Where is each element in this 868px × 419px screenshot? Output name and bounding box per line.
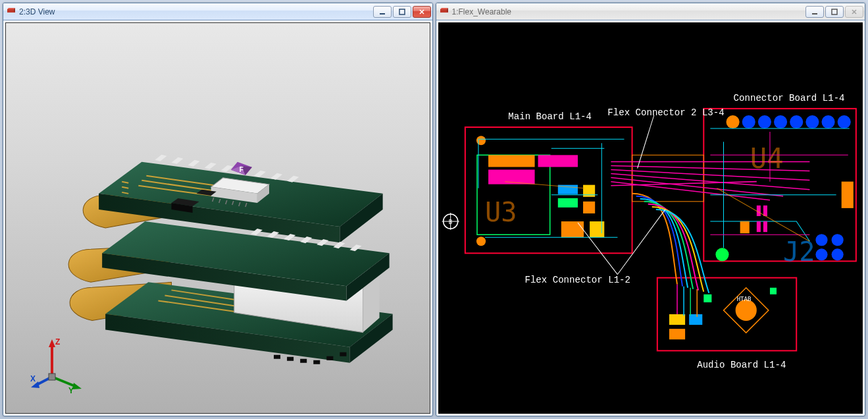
svg-rect-7 [313,360,320,364]
titlebar-3d-view[interactable]: 2:3D View [3,3,432,20]
svg-line-13 [52,377,76,387]
svg-rect-69 [703,294,711,302]
svg-rect-67 [689,314,702,325]
svg-rect-60 [756,206,760,216]
window-title: 1:Flex_Wearable [452,7,801,16]
window-3d-view: 2:3D View [3,3,433,416]
connector-board-components: U4 J2 [710,115,853,267]
svg-text:CR2: CR2 [492,157,511,169]
svg-point-54 [815,234,827,246]
svg-point-53 [831,248,843,260]
close-button[interactable] [845,6,863,18]
svg-point-40 [476,136,485,145]
svg-point-42 [742,115,755,128]
svg-rect-22 [832,9,837,14]
svg-rect-19 [49,374,55,380]
window-title: 2:3D View [19,7,368,16]
viewport-3d[interactable]: F Z [3,20,432,416]
svg-point-45 [790,115,803,128]
svg-rect-4 [274,355,280,359]
svg-text:J2: J2 [783,237,815,267]
svg-point-64 [735,300,756,321]
svg-rect-1 [380,13,385,14]
svg-rect-9 [340,352,346,356]
svg-text:B: B [448,219,452,225]
svg-rect-31 [538,155,577,167]
svg-rect-5 [287,357,294,361]
svg-rect-38 [561,221,583,237]
svg-text:Z: Z [55,337,60,347]
svg-point-51 [715,248,728,261]
window-controls [373,6,431,18]
viewport-3d-canvas[interactable]: F Z [5,22,430,414]
svg-point-49 [726,115,739,128]
mdi-workspace: 2:3D View [0,0,868,419]
svg-rect-35 [557,198,577,208]
svg-rect-59 [763,221,767,232]
svg-text:F: F [240,166,243,173]
minimize-button[interactable] [373,6,392,18]
window-controls [805,6,863,18]
audio-board-components: HTAB [669,285,776,340]
svg-text:HTAB: HTAB [736,296,751,302]
svg-rect-66 [669,314,684,325]
pcb-canvas[interactable]: B [438,22,863,414]
svg-rect-8 [326,356,333,360]
label-connector-board: Connector Board L1-4 [733,93,844,103]
app-icon [439,7,449,17]
svg-point-44 [774,115,787,128]
svg-rect-6 [300,359,307,363]
svg-rect-50 [841,182,853,208]
svg-text:Y: Y [68,386,74,393]
axis-gizmo[interactable]: Z Y X [29,334,88,393]
app-icon [6,7,16,17]
maximize-button[interactable] [825,6,844,18]
svg-text:U3: U3 [485,197,517,227]
svg-point-41 [476,237,485,246]
svg-point-52 [815,248,827,260]
titlebar-pcb-layout[interactable]: 1:Flex_Wearable [436,3,865,20]
label-flex-connector: Flex Connector L1-2 [524,275,630,285]
svg-point-46 [805,115,819,128]
origin-marker: B [442,213,459,230]
svg-point-55 [831,234,843,246]
svg-rect-2 [399,9,405,14]
svg-marker-14 [72,383,82,389]
viewport-pcb[interactable]: B [436,20,865,416]
label-flex-connector2: Flex Connector 2 L3-4 [607,107,724,118]
svg-rect-21 [812,13,817,14]
svg-marker-11 [49,339,55,347]
svg-point-47 [821,115,834,128]
svg-rect-39 [590,221,604,237]
svg-rect-62 [740,221,749,233]
label-main-board: Main Board L1-4 [508,111,592,122]
svg-rect-58 [756,221,760,232]
maximize-button[interactable] [393,6,411,18]
minimize-button[interactable] [805,6,824,18]
svg-text:X: X [30,374,36,383]
svg-rect-37 [583,202,595,213]
svg-point-48 [837,115,850,128]
svg-text:U4: U4 [750,142,783,175]
svg-rect-68 [669,329,684,339]
close-button[interactable] [413,6,431,18]
svg-rect-70 [769,288,776,294]
label-audio-board: Audio Board L1-4 [697,360,786,370]
window-pcb-layout: 1:Flex_Wearable [436,3,866,416]
svg-rect-61 [763,206,767,216]
svg-point-43 [757,115,771,128]
main-board-components: CR2 U3 [476,136,624,246]
